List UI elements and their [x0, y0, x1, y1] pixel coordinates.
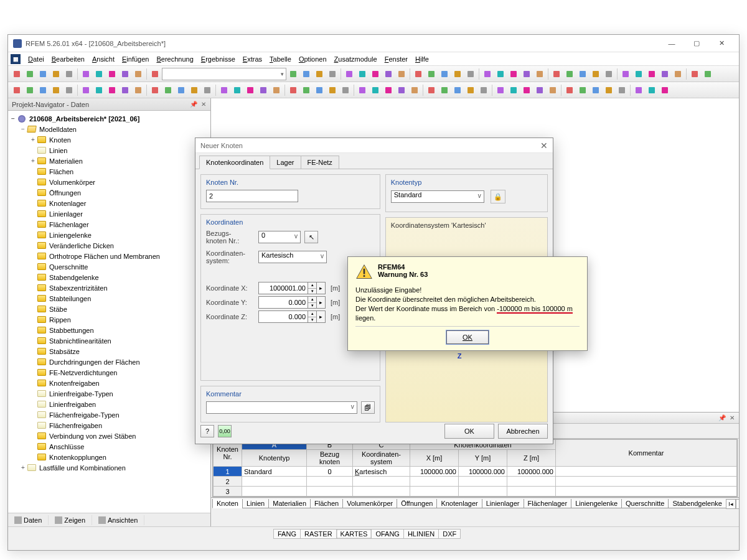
tree-item[interactable]: Flächenlager: [8, 219, 210, 230]
table-tab-stabendgelenke[interactable]: Stabendgelenke: [668, 499, 726, 508]
toolbar-button[interactable]: [590, 84, 602, 96]
toolbar-button[interactable]: [425, 68, 438, 80]
tree-item[interactable]: Knotenkopplungen: [8, 452, 210, 462]
ok-button[interactable]: OK: [444, 424, 494, 439]
toolbar-button[interactable]: [11, 68, 23, 80]
table-tab-liniengelenke[interactable]: Liniengelenke: [571, 499, 622, 508]
maximize-button[interactable]: ▢: [684, 36, 709, 51]
tree-item[interactable]: +Materialien: [8, 156, 210, 166]
pin-icon[interactable]: 📌: [718, 413, 726, 422]
toolbar-button[interactable]: [520, 84, 533, 96]
row-header[interactable]: 3: [214, 487, 242, 497]
menu-berechnung[interactable]: Berechnung: [153, 54, 197, 64]
pick-node-button[interactable]: ↖: [304, 231, 318, 243]
tree-item[interactable]: Stabnichtlinearitäten: [8, 335, 210, 346]
input-coord-y[interactable]: ▴▾▸: [258, 296, 326, 309]
table-tab-materialien[interactable]: Materialien: [268, 499, 311, 508]
status-ofang[interactable]: OFANG: [371, 529, 404, 539]
toolbar-button[interactable]: [24, 84, 36, 96]
tree-item[interactable]: Veränderliche Dicken: [8, 240, 210, 251]
toolbar-button[interactable]: [451, 68, 464, 80]
row-header[interactable]: 2: [214, 477, 242, 487]
toolbar-button[interactable]: [619, 68, 632, 80]
toolbar-button[interactable]: [563, 68, 576, 80]
tree-item[interactable]: +Knoten: [8, 134, 210, 145]
menu-ergebnisse[interactable]: Ergebnisse: [197, 54, 239, 64]
toolbar-button[interactable]: [93, 68, 105, 80]
toolbar-button[interactable]: [603, 84, 615, 96]
tree-item[interactable]: Verbindung von zwei Stäben: [8, 431, 210, 441]
toolbar-button[interactable]: [257, 84, 270, 96]
toolbar-button[interactable]: [119, 68, 131, 80]
toolbar-button[interactable]: [63, 84, 75, 96]
table-tab-volumenkörper[interactable]: Volumenkörper: [342, 499, 397, 508]
toolbar-button[interactable]: [646, 68, 658, 80]
tree-item[interactable]: Linienfreigabe-Typen: [8, 388, 210, 399]
toolbar-button[interactable]: [343, 68, 355, 80]
combo-comment[interactable]: [206, 401, 357, 414]
toolbar-button[interactable]: [356, 68, 369, 80]
row-header[interactable]: 1: [214, 467, 242, 477]
lock-button[interactable]: 🔒: [491, 190, 505, 203]
toolbar-button[interactable]: [132, 68, 144, 80]
tree-item[interactable]: Liniengelenke: [8, 230, 210, 240]
toolbar-button[interactable]: [590, 68, 602, 80]
toolbar-button[interactable]: [50, 68, 62, 80]
toolbar-button[interactable]: [37, 68, 49, 80]
warning-ok-button[interactable]: OK: [446, 330, 489, 344]
input-coord-x[interactable]: ▴▾▸: [258, 282, 326, 294]
toolbar-button[interactable]: [369, 84, 382, 96]
nav-tab-ansichten[interactable]: Ansichten: [92, 515, 144, 525]
toolbar-button[interactable]: [11, 84, 23, 96]
tree-item[interactable]: Stabbettungen: [8, 325, 210, 335]
toolbar-button[interactable]: [175, 84, 187, 96]
toolbar-button[interactable]: [106, 84, 118, 96]
menu-tabelle[interactable]: Tabelle: [266, 54, 295, 64]
toolbar-button[interactable]: [550, 68, 563, 80]
toolbar-button[interactable]: [533, 68, 546, 80]
toolbar-button[interactable]: [300, 84, 312, 96]
menu-extras[interactable]: Extras: [239, 54, 266, 64]
tree-item[interactable]: FE-Netzverdichtungen: [8, 367, 210, 378]
table-tab-öffnungen[interactable]: Öffnungen: [397, 499, 437, 508]
toolbar-button[interactable]: [149, 68, 161, 80]
toolbar-button[interactable]: [438, 68, 451, 80]
toolbar-button[interactable]: [313, 84, 326, 96]
toolbar-button[interactable]: [382, 84, 395, 96]
tree-item[interactable]: Flächenfreigabe-Typen: [8, 409, 210, 420]
tree-item[interactable]: Anschlüsse: [8, 441, 210, 452]
toolbar-button[interactable]: [188, 84, 200, 96]
toolbar-button[interactable]: [494, 84, 507, 96]
toolbar-button[interactable]: [451, 84, 464, 96]
tree-item[interactable]: Stabexzentrizitäten: [8, 282, 210, 293]
toolbar-button[interactable]: [287, 68, 299, 80]
col-letter-g[interactable]: Kommentar: [556, 440, 737, 467]
close-icon[interactable]: ✕: [540, 141, 548, 151]
table-tab-linien[interactable]: Linien: [242, 499, 269, 508]
nav-tab-daten[interactable]: Daten: [8, 515, 49, 525]
toolbar-button[interactable]: [119, 84, 131, 96]
toolbar-button[interactable]: [425, 84, 438, 96]
tree-item[interactable]: Linienlager: [8, 208, 210, 219]
menu-hilfe[interactable]: Hilfe: [411, 54, 433, 64]
tab-prev[interactable]: ◂: [736, 499, 739, 509]
data-grid[interactable]: Knoten Nr. A B C Knotenkoordinaten Komme…: [212, 439, 738, 497]
tree-item[interactable]: Durchdringungen der Flächen: [8, 357, 210, 367]
toolbar-button[interactable]: [412, 68, 425, 80]
toolbar-button[interactable]: [244, 84, 256, 96]
tab-mesh[interactable]: FE-Netz: [301, 156, 339, 169]
tree-item[interactable]: Querschnitte: [8, 261, 210, 272]
toolbar-button[interactable]: [287, 84, 299, 96]
tab-coordinates[interactable]: Knotenkoordinaten: [199, 156, 270, 169]
toolbar-button[interactable]: [313, 68, 326, 80]
toolbar-button[interactable]: [50, 84, 62, 96]
toolbar-combo[interactable]: [162, 68, 286, 80]
select-node-type[interactable]: Standard: [391, 190, 484, 203]
select-coord-system[interactable]: Kartesisch: [258, 251, 327, 263]
toolbar-button[interactable]: [702, 68, 714, 80]
toolbar-button[interactable]: [408, 84, 421, 96]
status-dxf[interactable]: DXF: [438, 529, 461, 539]
status-fang[interactable]: FANG: [273, 529, 301, 539]
pin-icon[interactable]: 📌: [189, 100, 198, 109]
toolbar-button[interactable]: [93, 84, 105, 96]
